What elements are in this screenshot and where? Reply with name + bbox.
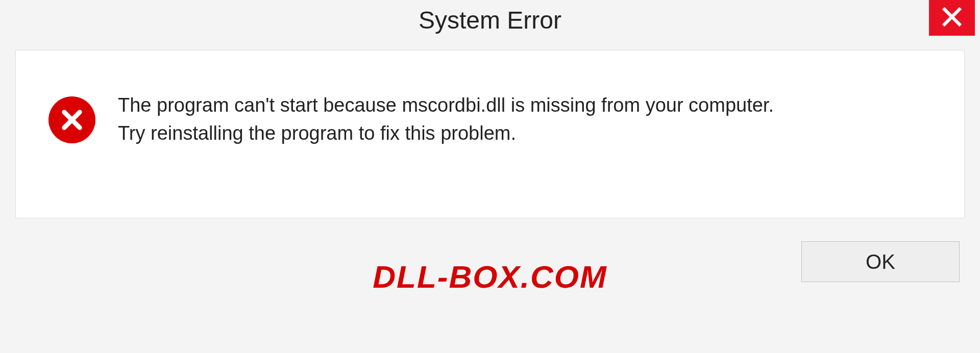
close-icon <box>941 6 963 30</box>
watermark-text: DLL-BOX.COM <box>373 259 607 295</box>
ok-button[interactable]: OK <box>801 241 960 282</box>
dialog-title: System Error <box>419 6 561 34</box>
dialog-footer: DLL-BOX.COM OK <box>0 218 980 336</box>
message-line-2: Try reinstalling the program to fix this… <box>118 119 944 147</box>
close-button[interactable] <box>929 0 975 36</box>
error-icon <box>46 94 97 145</box>
dialog-titlebar: System Error <box>0 0 980 46</box>
dialog-content: The program can't start because mscordbi… <box>15 50 965 218</box>
message-line-1: The program can't start because mscordbi… <box>118 91 944 119</box>
dialog-message: The program can't start because mscordbi… <box>118 91 944 147</box>
